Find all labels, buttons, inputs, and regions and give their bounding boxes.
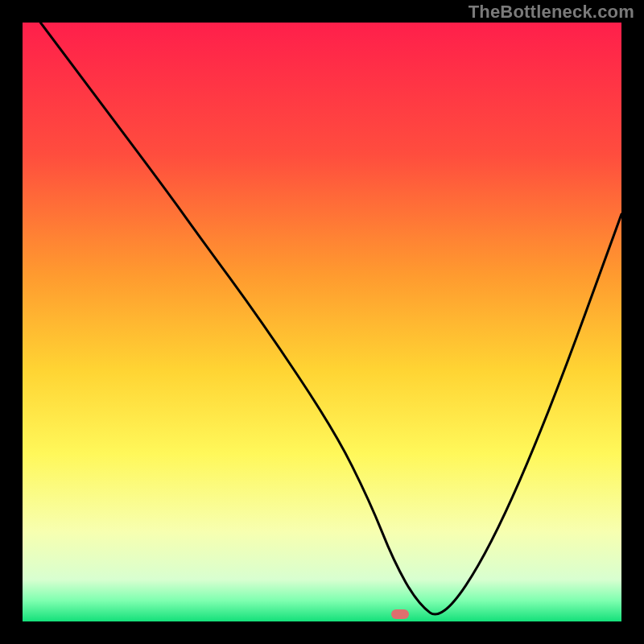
watermark-text: TheBottleneck.com [469, 2, 634, 23]
chart-frame: TheBottleneck.com [0, 0, 644, 644]
plot-area [23, 23, 621, 621]
optimal-point-marker [391, 609, 409, 619]
bottleneck-curve [23, 23, 621, 621]
